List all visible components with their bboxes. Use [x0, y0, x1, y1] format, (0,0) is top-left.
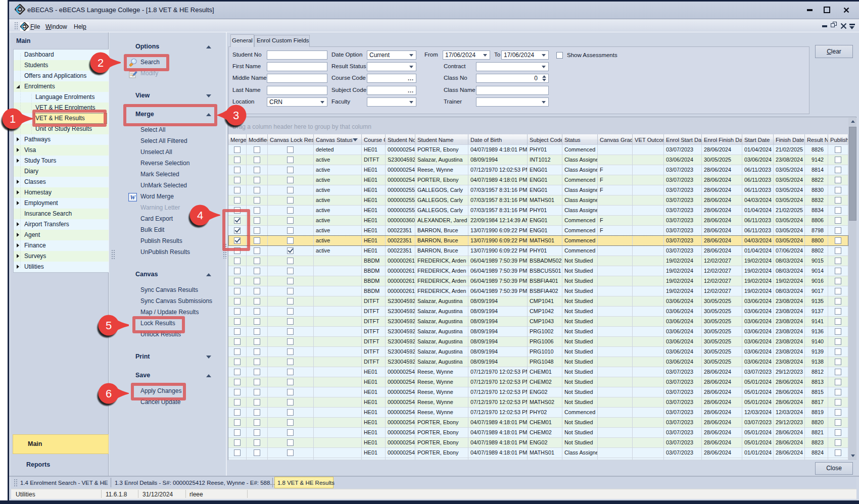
svg-text:3: 3 [233, 109, 239, 122]
svg-text:2: 2 [98, 57, 104, 69]
svg-text:1: 1 [10, 113, 16, 125]
svg-text:5: 5 [106, 319, 112, 332]
svg-text:6: 6 [106, 387, 112, 400]
svg-text:4: 4 [197, 209, 203, 222]
svg-text:W: W [130, 194, 136, 201]
